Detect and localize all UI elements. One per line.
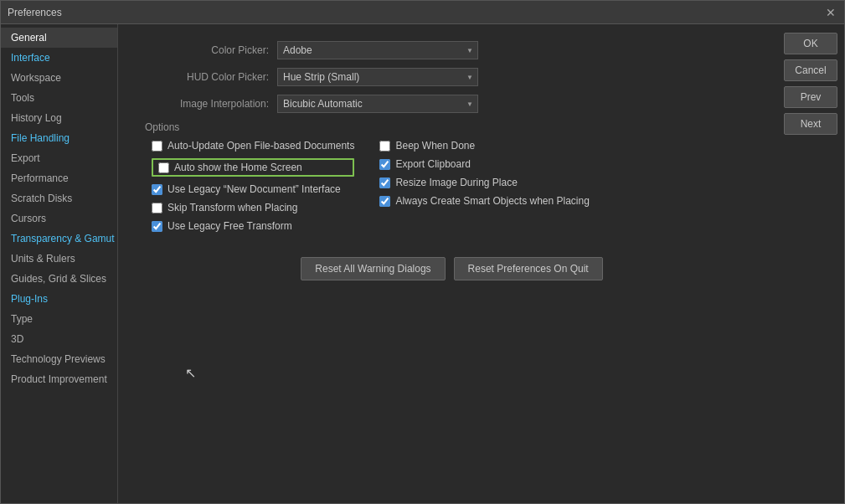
auto-update-checkbox[interactable] — [152, 141, 162, 152]
sidebar: General Interface Workspace Tools Histor… — [1, 24, 118, 503]
image-interpolation-row: Image Interpolation: Bicubic Automatic N… — [143, 95, 760, 113]
legacy-free-transform-label[interactable]: Use Legacy Free Transform — [167, 220, 292, 232]
legacy-new-doc-checkbox[interactable] — [152, 184, 162, 195]
main-content: General Interface Workspace Tools Histor… — [1, 24, 844, 503]
sidebar-item-3d[interactable]: 3D — [1, 329, 117, 349]
sidebar-item-product-improvement[interactable]: Product Improvement — [1, 369, 117, 389]
auto-home-label[interactable]: Auto show the Home Screen — [174, 162, 302, 173]
beep-checkbox[interactable] — [379, 141, 390, 152]
checkbox-column-right: Beep When Done Export Clipboard Resize I… — [379, 140, 589, 232]
sidebar-item-transparency-gamut[interactable]: Transparency & Gamut — [1, 229, 117, 249]
checkbox-legacy-free-transform: Use Legacy Free Transform — [152, 220, 354, 232]
hud-color-picker-row: HUD Color Picker: Hue Strip (Small) Hue … — [143, 68, 760, 86]
bottom-buttons: Reset All Warning Dialogs Reset Preferen… — [143, 257, 760, 280]
dialog-title: Preferences — [8, 7, 62, 18]
export-clipboard-checkbox[interactable] — [379, 159, 390, 170]
sidebar-item-export[interactable]: Export — [1, 148, 117, 168]
sidebar-item-technology-previews[interactable]: Technology Previews — [1, 349, 117, 369]
prev-button[interactable]: Prev — [784, 86, 837, 108]
resize-place-label[interactable]: Resize Image During Place — [395, 177, 517, 188]
skip-transform-label[interactable]: Skip Transform when Placing — [167, 202, 297, 213]
right-buttons: OK Cancel Prev Next — [777, 24, 844, 503]
reset-warnings-button[interactable]: Reset All Warning Dialogs — [301, 257, 445, 280]
sidebar-item-history-log[interactable]: History Log — [1, 108, 117, 128]
smart-objects-checkbox[interactable] — [379, 196, 390, 207]
sidebar-item-performance[interactable]: Performance — [1, 168, 117, 188]
export-clipboard-label[interactable]: Export Clipboard — [395, 158, 470, 170]
color-picker-label: Color Picker: — [143, 44, 269, 56]
options-label: Options — [145, 121, 760, 133]
checkbox-auto-update: Auto-Update Open File-based Documents — [152, 140, 354, 152]
sidebar-item-guides-grid-slices[interactable]: Guides, Grid & Slices — [1, 269, 117, 289]
sidebar-item-tools[interactable]: Tools — [1, 88, 117, 108]
hud-color-picker-wrapper: Hue Strip (Small) Hue Strip (Medium) Hue… — [277, 68, 478, 86]
color-picker-row: Color Picker: Adobe Windows — [143, 41, 760, 59]
sidebar-item-interface[interactable]: Interface — [1, 48, 117, 68]
legacy-free-transform-checkbox[interactable] — [152, 221, 162, 232]
image-interpolation-select[interactable]: Bicubic Automatic Nearest Neighbor Bilin… — [277, 95, 478, 113]
sidebar-item-units-rulers[interactable]: Units & Rulers — [1, 249, 117, 269]
options-section: Options Auto-Update Open File-based Docu… — [143, 121, 760, 232]
next-button[interactable]: Next — [784, 113, 837, 135]
legacy-new-doc-label[interactable]: Use Legacy “New Document” Interface — [167, 183, 341, 195]
checkbox-legacy-new-doc: Use Legacy “New Document” Interface — [152, 183, 354, 195]
cursor-icon: ↖ — [185, 365, 196, 381]
ok-button[interactable]: OK — [784, 33, 837, 54]
close-button[interactable]: ✕ — [824, 6, 837, 19]
sidebar-item-plug-ins[interactable]: Plug-Ins — [1, 289, 117, 309]
checkbox-smart-objects: Always Create Smart Objects when Placing — [379, 195, 589, 207]
preferences-dialog: Preferences ✕ General Interface Workspac… — [0, 0, 845, 504]
title-bar: Preferences ✕ — [1, 1, 844, 24]
resize-place-checkbox[interactable] — [379, 177, 390, 188]
checkbox-auto-home: Auto show the Home Screen — [152, 158, 354, 177]
cursor-area: ↖ — [143, 280, 760, 398]
image-interpolation-label: Image Interpolation: — [143, 98, 269, 110]
checkbox-skip-transform: Skip Transform when Placing — [152, 202, 354, 213]
sidebar-item-type[interactable]: Type — [1, 309, 117, 329]
sidebar-item-scratch-disks[interactable]: Scratch Disks — [1, 188, 117, 208]
skip-transform-checkbox[interactable] — [152, 203, 162, 213]
color-picker-wrapper: Adobe Windows — [277, 41, 478, 59]
hud-color-picker-select[interactable]: Hue Strip (Small) Hue Strip (Medium) Hue… — [277, 68, 478, 86]
sidebar-item-cursors[interactable]: Cursors — [1, 208, 117, 229]
color-picker-select[interactable]: Adobe Windows — [277, 41, 478, 59]
sidebar-item-workspace[interactable]: Workspace — [1, 68, 117, 88]
auto-update-label[interactable]: Auto-Update Open File-based Documents — [167, 140, 354, 152]
sidebar-item-file-handling[interactable]: File Handling — [1, 128, 117, 148]
cancel-button[interactable]: Cancel — [784, 59, 837, 81]
content-area: Color Picker: Adobe Windows HUD Color Pi… — [118, 24, 777, 503]
checkbox-beep: Beep When Done — [379, 140, 589, 152]
smart-objects-label[interactable]: Always Create Smart Objects when Placing — [395, 195, 589, 207]
auto-home-checkbox[interactable] — [158, 162, 169, 173]
checkbox-export-clipboard: Export Clipboard — [379, 158, 589, 170]
image-interpolation-wrapper: Bicubic Automatic Nearest Neighbor Bilin… — [277, 95, 478, 113]
reset-prefs-button[interactable]: Reset Preferences On Quit — [454, 257, 603, 280]
hud-color-picker-label: HUD Color Picker: — [143, 71, 269, 83]
beep-label[interactable]: Beep When Done — [395, 140, 475, 152]
checkbox-resize-place: Resize Image During Place — [379, 177, 589, 188]
checkbox-column-left: Auto-Update Open File-based Documents Au… — [152, 140, 354, 232]
sidebar-item-general[interactable]: General — [1, 28, 117, 48]
checkbox-grid: Auto-Update Open File-based Documents Au… — [152, 140, 760, 232]
